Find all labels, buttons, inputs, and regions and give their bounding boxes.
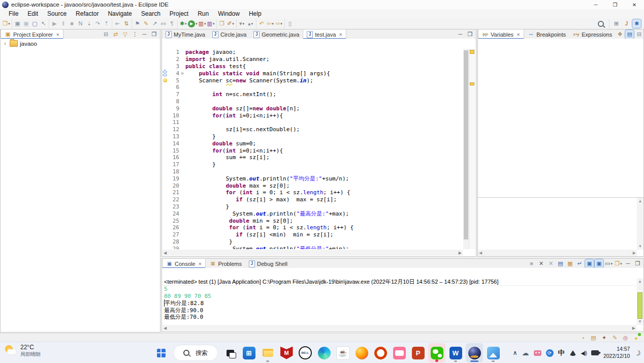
explorer-collapse-all-icon[interactable]: ⊟: [102, 30, 110, 39]
console-tab-problems[interactable]: ▦Problems: [206, 259, 245, 268]
toolbar-coverage-icon[interactable]: ▥▾: [198, 19, 207, 28]
code-area[interactable]: 1package javaoo;2import java.util.Scanne…: [163, 49, 463, 249]
console-horizontal-scrollbar[interactable]: ◀ ▶: [163, 325, 636, 331]
night-light-icon[interactable]: ☾: [633, 348, 642, 357]
toolbar-step-over-icon[interactable]: ↷: [93, 19, 102, 28]
toolbar-forward-icon[interactable]: ⇨▾: [275, 19, 283, 28]
console-tab-console[interactable]: ▣Console✕: [162, 259, 206, 268]
console-maximize-icon[interactable]: ❐: [633, 259, 642, 268]
explorer-filters-icon[interactable]: ▽: [121, 30, 130, 39]
status-feedback-icon[interactable]: ✎: [611, 334, 619, 342]
editor-minimize-icon[interactable]: ─: [456, 30, 465, 39]
menu-source[interactable]: Source: [43, 10, 71, 17]
toolbar-disconnect-icon[interactable]: N: [76, 19, 85, 28]
taskbar-edge[interactable]: [315, 343, 333, 362]
editor-tab-test-java[interactable]: Jtest.java✕: [303, 29, 346, 39]
toolbar-profile-icon[interactable]: ▥▾: [207, 19, 215, 28]
console-show-on-stdout-icon[interactable]: ▣: [585, 259, 594, 268]
toolbar-open-task-icon[interactable]: ▢: [30, 19, 39, 28]
onedrive-icon[interactable]: ☁: [522, 349, 529, 357]
project-explorer-tree[interactable]: › javaoo: [0, 39, 160, 332]
console-vertical-scrollbar[interactable]: ▲ ▼: [637, 278, 643, 325]
menu-edit[interactable]: Edit: [23, 10, 43, 17]
toolbar-select-element-icon[interactable]: ↖: [39, 19, 48, 28]
toolbar-new-wizard-icon[interactable]: ❒▾: [2, 19, 11, 28]
status-notifications-icon[interactable]: ●: [632, 334, 640, 342]
toolbar-externalize-strings-icon[interactable]: ⚑: [133, 19, 142, 28]
toolbar-save-all-icon[interactable]: ▣: [22, 19, 30, 28]
toolbar-save-icon[interactable]: ▣: [13, 19, 22, 28]
toolbar-format-icon[interactable]: ✐▾: [227, 19, 235, 28]
scrollbar-thumb[interactable]: [464, 50, 468, 239]
toolbar-step-return-icon[interactable]: ⇡: [102, 19, 111, 28]
toolbar-previous-annotation-icon[interactable]: ▴▾: [246, 19, 255, 28]
tab-project-explorer[interactable]: ▣ Project Explorer ✕: [1, 29, 63, 39]
editor-tab-circle-java[interactable]: JCircle.java: [209, 29, 250, 39]
close-icon[interactable]: ✕: [198, 261, 202, 266]
console-clear-console-icon[interactable]: ▤: [556, 259, 565, 268]
scroll-left-icon[interactable]: ◀: [164, 251, 167, 255]
toolbar-edit-icon[interactable]: ✎: [142, 19, 150, 28]
menu-refactor[interactable]: Refactor: [71, 10, 103, 17]
variables-layout-icon[interactable]: ▤: [625, 30, 634, 39]
menu-project[interactable]: Project: [165, 10, 193, 17]
camera-icon[interactable]: [591, 350, 599, 355]
debug-tab-breakpoints[interactable]: ●●Breakpoints: [524, 29, 569, 39]
scroll-up-icon[interactable]: ▲: [638, 279, 642, 284]
close-icon[interactable]: ✕: [517, 32, 520, 37]
wifi-icon[interactable]: [569, 350, 576, 356]
taskbar-file-explorer[interactable]: [259, 343, 276, 362]
variables-view[interactable]: ▲▼ ◀▶: [477, 39, 644, 257]
toolbar-use-step-filters-icon[interactable]: ⇅: [122, 19, 131, 28]
fold-collapse-icon[interactable]: ⊖: [179, 71, 185, 76]
explorer-view-menu-icon[interactable]: ⋮: [131, 30, 139, 39]
toolbar-drop-to-frame-icon[interactable]: ⇤: [113, 19, 122, 28]
editor-tab-geometric-java[interactable]: JGeometric.java: [250, 29, 303, 39]
debug-tab-variables[interactable]: (x)=Variables✕: [478, 29, 524, 39]
taskbar-search[interactable]: 搜索: [173, 345, 218, 361]
console-minimize-icon[interactable]: ─: [624, 259, 632, 268]
taskbar-powerpoint[interactable]: P: [409, 343, 427, 362]
console-pin-console-icon[interactable]: ▣: [595, 259, 603, 268]
tree-item-javaoo[interactable]: › javaoo: [1, 39, 160, 47]
ime-indicator[interactable]: 中: [558, 348, 565, 357]
editor-tab-mytime-java[interactable]: JMyTime.java: [162, 29, 209, 39]
menu-search[interactable]: Search: [137, 10, 165, 17]
variables-show-logical-structure-icon[interactable]: ❖: [616, 30, 624, 39]
scroll-down-icon[interactable]: ▼: [638, 319, 642, 324]
sync-icon[interactable]: ⟳: [546, 349, 554, 357]
menu-help[interactable]: Help: [244, 10, 266, 17]
toolbar-back-icon[interactable]: ⇦▾: [266, 19, 275, 28]
variables-collapse-all-icon[interactable]: ⊟: [635, 30, 643, 39]
taskbar-office[interactable]: [372, 343, 389, 362]
overview-ruler[interactable]: [469, 49, 475, 249]
warning-line-marker[interactable]: [470, 82, 474, 85]
console-remove-all-terminated-icon[interactable]: ✕: [546, 259, 555, 268]
warning-summary-marker[interactable]: [470, 50, 474, 54]
taskbar-word[interactable]: W: [447, 343, 464, 362]
explorer-maximize-icon[interactable]: ❐: [150, 30, 158, 39]
taskbar-task-view[interactable]: [221, 343, 239, 362]
maximize-button[interactable]: ❐: [605, 0, 625, 9]
taskbar-start-button[interactable]: [152, 343, 170, 362]
status-whats-new-icon[interactable]: ▤: [590, 334, 597, 342]
taskbar-dell[interactable]: DELL: [297, 343, 314, 362]
menu-window[interactable]: Window: [213, 10, 244, 17]
detail-horizontal-scrollbar[interactable]: ◀▶: [478, 250, 637, 256]
editor-vertical-scrollbar[interactable]: [463, 49, 469, 249]
toolbar-run-icon[interactable]: ▶▾: [187, 19, 198, 28]
toolbar-debug-icon[interactable]: ✱▾: [179, 19, 187, 28]
scrollbar-thumb[interactable]: [637, 292, 642, 319]
explorer-link-with-editor-icon[interactable]: ⇄: [111, 30, 120, 39]
taskbar-photos[interactable]: [485, 343, 502, 362]
editor-horizontal-scrollbar[interactable]: ◀ ▶: [163, 250, 463, 256]
hidden-icons-chevron[interactable]: ∧: [513, 349, 518, 356]
editor-maximize-icon[interactable]: ❐: [466, 30, 474, 39]
status-donate-icon[interactable]: ◎: [622, 334, 629, 342]
toolbar-show-whitespace-icon[interactable]: ¶: [168, 19, 176, 28]
menu-run[interactable]: Run: [193, 10, 213, 17]
scroll-right-icon[interactable]: ▶: [632, 326, 635, 330]
console-terminate-icon[interactable]: ■: [527, 259, 536, 268]
scroll-right-icon[interactable]: ▶: [459, 251, 462, 255]
minimize-button[interactable]: ─: [586, 0, 605, 9]
